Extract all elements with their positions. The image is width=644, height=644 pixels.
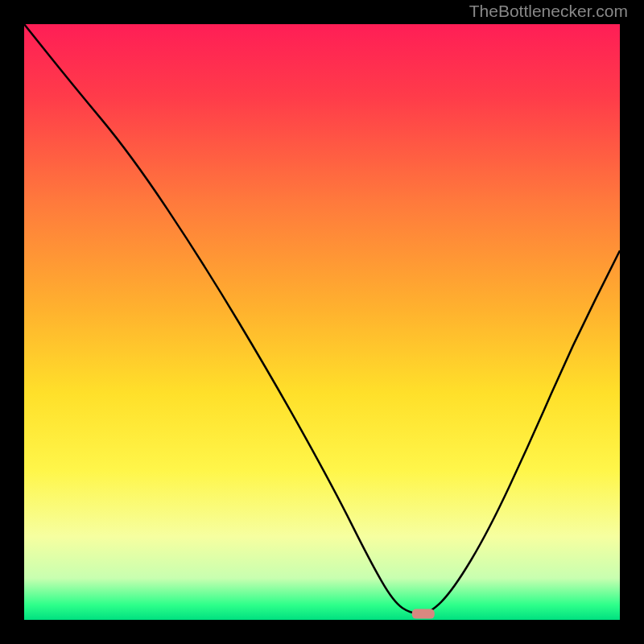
chart-background	[24, 24, 620, 620]
chart-marker	[412, 609, 435, 619]
plot-area	[24, 24, 620, 620]
watermark-label: TheBottlenecker.com	[469, 2, 628, 21]
chart-svg	[24, 24, 620, 620]
chart-container: TheBottlenecker.com	[0, 0, 644, 644]
